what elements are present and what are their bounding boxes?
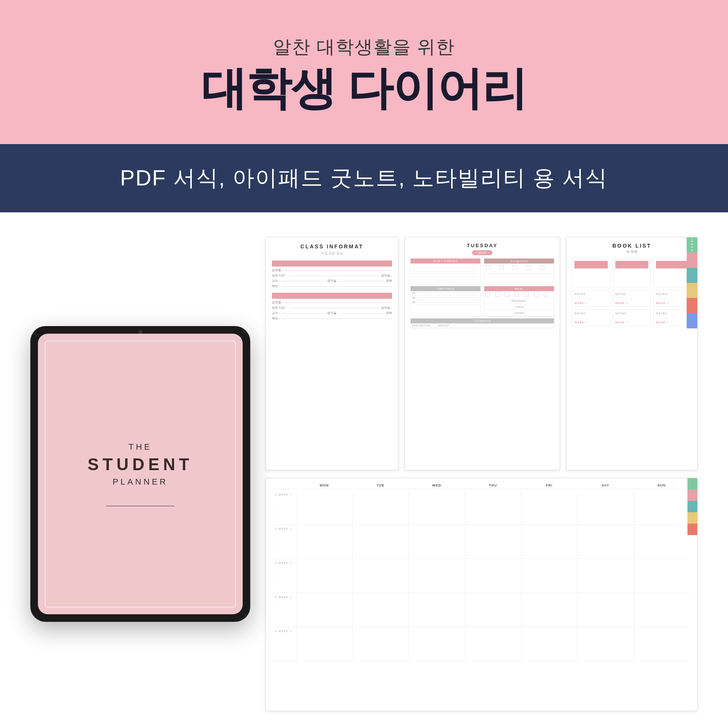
weekly-cell-5-tue	[352, 627, 408, 661]
planner-student: STUDENT	[88, 455, 193, 474]
bottom-row: MON TUE WED THU FRI SAT SUN 1 WEEK >	[265, 478, 698, 711]
header-subtitle: 알찬 대학생활을 위한	[273, 35, 455, 59]
weekly-row-label-4: 4 WEEK >	[273, 593, 296, 627]
index-tab-teal	[687, 268, 697, 283]
weekly-cell-4-sat	[577, 593, 633, 627]
weekly-cell-4-mon	[296, 593, 352, 627]
weekly-cell-1-sun	[634, 491, 690, 524]
class-prof-row-2: 교수 : 연구실 : 연락	[272, 311, 392, 315]
assign-col-4	[526, 265, 531, 270]
planner-pages: CLASS INFORMAT 수강 강의 정보 강의명 : 강의 시간 : 강의…	[265, 237, 698, 711]
class-prof-row: 교수 : 연구실 : 연락	[272, 279, 392, 283]
more-link-6[interactable]: MORE >	[656, 321, 689, 324]
class-info-page: CLASS INFORMAT 수강 강의 정보 강의명 : 강의 시간 : 강의…	[265, 237, 399, 470]
weekly-cell-2-tue	[352, 525, 408, 559]
class-line-4	[340, 281, 384, 281]
star-1-4: ☆	[585, 297, 587, 300]
weekly-row-2: 2 WEEK >	[273, 525, 690, 559]
more-link-1[interactable]: MORE >	[574, 302, 608, 304]
time-label-09: 09	[412, 301, 418, 304]
tablet-frame: THE STUDENT PLANNER	[30, 326, 250, 622]
stars-row-5: ☆ ☆ ☆	[615, 316, 649, 320]
dont-forget-header: DON'T FORGET	[411, 259, 480, 264]
class-line-5	[282, 286, 392, 287]
time-label-07: 07	[412, 292, 418, 295]
meal-col-7	[544, 292, 548, 297]
time-row-08: 08	[411, 296, 480, 300]
class-line-3	[282, 281, 325, 281]
weekly-col-tue: TUE	[352, 482, 408, 489]
star-2-1: ☆	[615, 297, 618, 300]
booklist-notes-6: NOTES ☆ ☆ ☆ MORE >	[653, 309, 692, 326]
booklist-cell-1	[572, 258, 610, 288]
class-label-research: 연구실 :	[327, 279, 338, 283]
notes-label-1: NOTES	[574, 293, 608, 295]
stars-row-2: ☆ ☆ ☆ ☆ ☆	[615, 297, 649, 300]
weekly-cell-4-sun	[634, 593, 690, 627]
planner-name: PLANNER	[88, 477, 193, 487]
weekly-cell-2-mon	[296, 525, 352, 559]
star-3-1: ☆	[656, 297, 659, 300]
class-label-prof: 교수 :	[272, 279, 279, 283]
star-6-1: ☆	[656, 316, 659, 320]
index-tab-green: I N D E X	[687, 237, 697, 253]
weekly-cell-1-thu	[465, 491, 521, 524]
class-time-row-2: 강의 시간 : 강의실 :	[272, 306, 392, 310]
timetable-section: TIMETABLE 07 08 09	[410, 286, 481, 317]
df-row-4	[412, 274, 479, 277]
cashbook-header: CASHBOOK	[411, 318, 554, 323]
weekly-row-label-3: 3 WEEK >	[273, 559, 296, 593]
tablet-screen: THE STUDENT PLANNER	[38, 334, 243, 614]
time-row-07: 07	[411, 291, 480, 296]
weekly-cell-3-sun	[634, 559, 690, 593]
weekly-col-wed: WED	[409, 482, 465, 489]
breakfast-row: BREAKFAST	[484, 298, 554, 304]
booklist-cell-header-2	[615, 261, 649, 268]
booklist-cell-body-3	[656, 270, 689, 285]
cashbook-row-header: DESCRIPTION AMOUNT	[411, 323, 554, 328]
class-time-row: 강의 시간 : 강의실 :	[272, 273, 392, 278]
class-label-memo: 메모 :	[272, 284, 279, 288]
weekly-col-mon: MON	[296, 482, 352, 489]
weekly-col-thu: THU	[465, 482, 521, 489]
more-link-3[interactable]: MORE >	[656, 302, 689, 304]
dont-forget-body	[411, 264, 480, 282]
weekly-cell-4-thu	[465, 593, 521, 627]
index-tab: I N D E X	[687, 237, 698, 328]
class-detail-row-2: 강의명 :	[272, 300, 392, 304]
daily-day: TUESDAY	[410, 243, 554, 248]
star-1-2: ☆	[578, 297, 581, 300]
index-tab-coral	[687, 298, 697, 313]
planner-line	[106, 506, 174, 506]
booklist-notes-5: NOTES ☆ ☆ ☆ MORE >	[613, 309, 651, 326]
more-link-5[interactable]: MORE >	[615, 321, 649, 324]
assign-checkboxes	[486, 265, 552, 270]
class-line-6	[285, 303, 392, 303]
weekly-cell-4-fri	[521, 593, 577, 627]
dont-forget-section: DON'T FORGET	[410, 258, 481, 283]
booklist-notes-4: NOTES ☆ ☆ ☆ MORE >	[572, 309, 610, 326]
class-label-time-2: 강의 시간 :	[272, 306, 287, 310]
weekly-header: MON TUE WED THU FRI SAT SUN	[273, 482, 690, 489]
class-line-1	[285, 270, 392, 271]
class-detail-row: 강의명 :	[272, 268, 392, 272]
class-label-research-2: 연구실 :	[327, 311, 338, 315]
header-section: 알찬 대학생활을 위한 대학생 다이어리	[0, 0, 728, 144]
booklist-cell-body-2	[615, 270, 649, 285]
star-2-5: ☆	[629, 297, 632, 300]
star-2-2: ☆	[619, 297, 621, 300]
daily-week-badge: 1 WEEK >	[472, 250, 492, 255]
index-tab-blue	[687, 313, 697, 328]
middle-section: PDF 서식, 아이패드 굿노트, 노타빌리티 용 서식	[0, 144, 728, 212]
weekly-index-pink	[687, 490, 698, 501]
weekly-cell-1-mon	[296, 491, 352, 524]
cashbook-desc-label: DESCRIPTION	[412, 324, 430, 327]
stars-row-6: ☆ ☆ ☆	[656, 316, 689, 320]
star-1-1: ☆	[574, 297, 577, 300]
booklist-notes-3: NOTES ☆ ☆ ☆ ☆ ☆ MORE >	[653, 290, 692, 307]
more-link-4[interactable]: MORE >	[574, 321, 608, 324]
daily-bottom-grid: TIMETABLE 07 08 09	[410, 286, 554, 317]
more-link-2[interactable]: MORE >	[615, 302, 649, 304]
star-3-2: ☆	[659, 297, 662, 300]
weekly-col-empty	[273, 482, 296, 489]
